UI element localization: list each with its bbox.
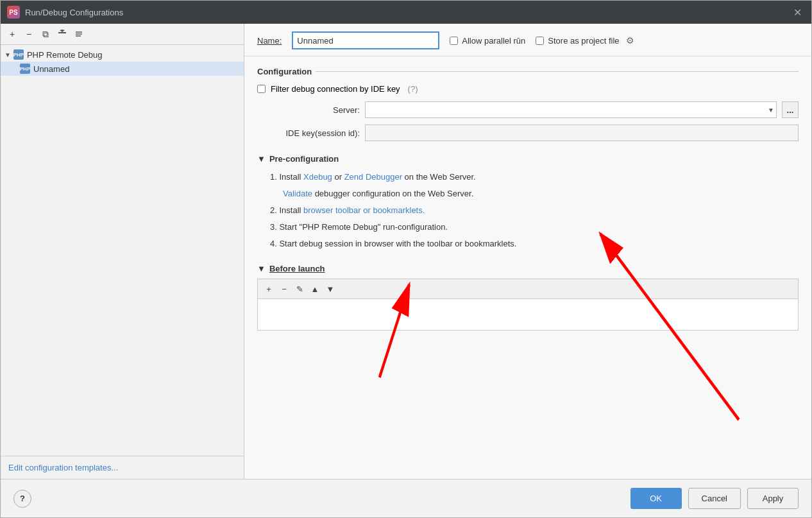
remove-config-button[interactable]: − [21, 26, 37, 42]
bl-remove-button[interactable]: − [277, 282, 291, 296]
before-launch-header[interactable]: ▼ Before launch [257, 264, 799, 273]
step-1: 1. Install Xdebug or Zend Debugger on th… [270, 170, 799, 184]
filter-ide-key-checkbox[interactable] [257, 85, 266, 93]
svg-rect-0 [58, 32, 66, 33]
tree-group-label: PHP Remote Debug [27, 50, 103, 60]
ide-key-row: IDE key(session id): [257, 125, 799, 141]
copy-config-button[interactable]: ⧉ [38, 26, 53, 42]
step-1b: Validate debugger configuration on the W… [270, 187, 799, 201]
tree-arrow-icon: ▼ [4, 51, 11, 58]
server-dots-button[interactable]: ... [782, 101, 799, 118]
help-icon[interactable]: (?) [408, 84, 418, 94]
name-label: Name: [257, 36, 282, 46]
browser-toolbar-link[interactable]: browser toolbar or bookmarklets. [303, 205, 425, 215]
name-input[interactable] [292, 31, 439, 49]
tree-group-header[interactable]: ▼ PHP PHP Remote Debug [1, 47, 244, 62]
app-icon: PS [7, 6, 20, 19]
before-launch-arrow-icon: ▼ [257, 264, 266, 273]
sort-config-button[interactable] [71, 26, 87, 42]
section-divider [316, 71, 799, 72]
move-config-button[interactable] [55, 26, 70, 42]
bl-up-button[interactable]: ▲ [308, 282, 322, 296]
pre-config-title: Pre-configuration [269, 154, 339, 164]
gear-icon[interactable]: ⚙ [626, 35, 634, 46]
run-debug-dialog: PS Run/Debug Configurations ✕ + − ⧉ [0, 0, 812, 518]
store-project-checkbox[interactable] [536, 37, 544, 45]
filter-row: Filter debug connection by IDE key (?) [257, 84, 799, 94]
main-content: + − ⧉ ▼ PHP PHP Remote Debug [1, 24, 811, 479]
php-item-icon: PHP [20, 64, 30, 74]
bl-edit-button[interactable]: ✎ [292, 282, 307, 296]
before-launch-toolbar: + − ✎ ▲ ▼ [257, 279, 799, 298]
server-dropdown-wrapper: ▼ [365, 101, 777, 118]
section-title-configuration: Configuration [257, 67, 799, 76]
apply-button[interactable]: Apply [747, 488, 799, 509]
xdebug-link[interactable]: Xdebug [303, 172, 332, 182]
step-2: 2. Install browser toolbar or bookmarkle… [270, 203, 799, 218]
close-button[interactable]: ✕ [790, 4, 805, 20]
pre-config-arrow-icon: ▼ [257, 154, 266, 164]
ide-key-label: IDE key(session id): [257, 128, 360, 138]
config-tree: ▼ PHP PHP Remote Debug PHP Unnamed [1, 45, 244, 456]
filter-ide-key-label: Filter debug connection by IDE key [271, 84, 400, 94]
config-body: Configuration Filter debug connection by… [244, 56, 811, 479]
ide-key-input[interactable] [365, 125, 799, 141]
store-project-label: Store as project file [548, 36, 619, 46]
pre-config-header[interactable]: ▼ Pre-configuration [257, 154, 799, 164]
tree-group-php-remote: ▼ PHP PHP Remote Debug PHP Unnamed [1, 47, 244, 76]
server-dropdown[interactable] [365, 101, 777, 118]
title-bar: PS Run/Debug Configurations ✕ [1, 1, 811, 24]
allow-parallel-checkbox[interactable] [450, 37, 458, 45]
ok-button[interactable]: OK [630, 488, 682, 509]
before-launch-list [257, 298, 799, 331]
tree-item-label: Unnamed [33, 64, 69, 74]
action-buttons: OK Cancel Apply [630, 488, 799, 509]
before-launch-section: ▼ Before launch + − ✎ ▲ ▼ [257, 264, 799, 331]
edit-templates-link[interactable]: Edit configuration templates... [1, 456, 244, 479]
left-toolbar: + − ⧉ [1, 24, 244, 45]
pre-config-content: 1. Install Xdebug or Zend Debugger on th… [257, 170, 799, 251]
before-launch-title: Before launch [269, 264, 325, 273]
bottom-bar: ? OK Cancel Apply [1, 479, 811, 517]
dialog-title: Run/Debug Configurations [25, 8, 790, 17]
step-3: 3. Start "PHP Remote Debug" run-configur… [270, 220, 799, 234]
config-header: Name: Allow parallel rūn Store as projec… [244, 24, 811, 56]
validate-link[interactable]: Validate [283, 189, 312, 198]
left-panel: + − ⧉ ▼ PHP PHP Remote Debug [1, 24, 244, 479]
bl-down-button[interactable]: ▼ [323, 282, 337, 296]
php-remote-group-icon: PHP [13, 49, 24, 60]
server-row: Server: ▼ ... [257, 101, 799, 118]
allow-parallel-group: Allow parallel rūn [450, 36, 525, 46]
help-button[interactable]: ? [13, 490, 31, 508]
zend-debugger-link[interactable]: Zend Debugger [344, 172, 402, 182]
step-4: 4. Start debug session in browser with t… [270, 237, 799, 251]
tree-item-unnamed[interactable]: PHP Unnamed [1, 62, 244, 76]
cancel-button[interactable]: Cancel [688, 488, 741, 509]
bl-add-button[interactable]: + [262, 282, 276, 296]
add-config-button[interactable]: + [4, 26, 20, 42]
right-panel: Name: Allow parallel rūn Store as projec… [244, 24, 811, 479]
pre-config-section: ▼ Pre-configuration 1. Install Xdebug or… [257, 154, 799, 251]
allow-parallel-label: Allow parallel rūn [462, 36, 525, 46]
server-label: Server: [257, 105, 360, 115]
store-project-group: Store as project file ⚙ [536, 35, 634, 46]
configuration-section: Configuration Filter debug connection by… [257, 67, 799, 141]
